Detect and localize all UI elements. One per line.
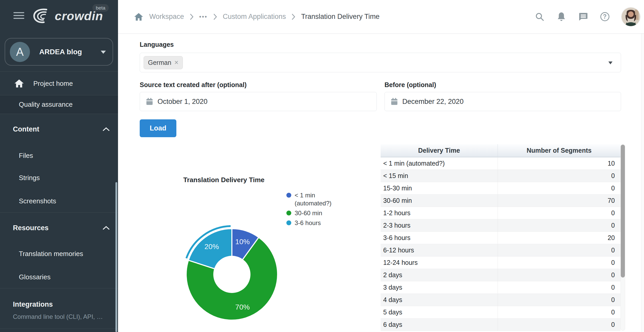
section-title: Resources (13, 224, 49, 232)
column-header-delivery-time[interactable]: Delivery Time (381, 144, 498, 157)
main-content: Languages German × Source text created a… (118, 34, 644, 332)
integrations-subtitle: Command line tool (CLI), API, … (0, 313, 118, 320)
hamburger-menu-icon[interactable] (13, 12, 24, 20)
donut-chart-wrap: 10%70%20% (178, 220, 286, 329)
languages-select[interactable]: German × (140, 53, 621, 72)
crowdin-logo[interactable]: crowdin (30, 7, 103, 24)
sidebar-item-translation-memories[interactable]: Translation memories (0, 246, 118, 261)
remove-tag-icon[interactable]: × (174, 59, 178, 67)
cell-number-of-segments: 0 (498, 256, 621, 269)
chevron-up-icon (103, 127, 110, 131)
legend-item-30-60-min[interactable]: 30-60 min (286, 209, 346, 217)
user-avatar[interactable] (622, 7, 640, 26)
home-icon (14, 79, 24, 88)
cell-number-of-segments: 0 (498, 318, 621, 331)
help-icon[interactable]: ? (600, 12, 610, 22)
sidebar-scrollbar[interactable] (115, 182, 117, 332)
legend-item-3-6-hours[interactable]: 3-6 hours (286, 219, 346, 227)
sidebar-item-files[interactable]: Files (0, 148, 118, 163)
breadcrumb: Workspace ••• Custom Applications Transl… (134, 12, 380, 22)
before-date-value: December 22, 2020 (402, 98, 464, 106)
table-scrollbar-thumb[interactable] (621, 145, 625, 277)
table-row: 6 days0 (381, 318, 621, 331)
cell-number-of-segments: 0 (498, 306, 621, 318)
page-scrollbar-track[interactable] (641, 34, 644, 332)
cell-number-of-segments: 0 (498, 294, 621, 306)
cell-number-of-segments: 0 (498, 207, 621, 219)
sidebar-item-glossaries[interactable]: Glossaries (0, 269, 118, 285)
chart-title: Translation Delivery Time (157, 176, 291, 184)
cell-delivery-time: 12-24 hours (381, 256, 498, 269)
cell-delivery-time: 4 days (381, 294, 498, 306)
load-button[interactable]: Load (140, 119, 176, 137)
legend-label: 3-6 hours (295, 219, 321, 227)
sidebar-item-strings[interactable]: Strings (0, 170, 118, 186)
sidebar-item-label: Translation memories (19, 250, 83, 258)
sidebar-item-label: Glossaries (19, 273, 51, 281)
language-tag-german: German × (144, 56, 183, 69)
page-title: Translation Delivery Time (301, 13, 380, 21)
project-name: ARDEA blog (39, 48, 82, 56)
sidebar-item-project-home[interactable]: Project home (0, 73, 118, 94)
topbar-actions: ? (535, 7, 640, 26)
cell-delivery-time: 30-60 min (381, 194, 498, 207)
sidebar-item-label: Files (19, 152, 33, 160)
cell-delivery-time: 6-12 hours (381, 244, 498, 256)
column-header-number-of-segments[interactable]: Number of Segments (498, 144, 621, 157)
divider (0, 114, 118, 114)
table-row: 3-6 hours20 (381, 231, 621, 244)
legend-dot-icon (286, 220, 291, 225)
cell-delivery-time: 1-2 hours (381, 207, 498, 219)
slice-percent-label: 20% (205, 243, 219, 251)
cell-number-of-segments: 20 (498, 231, 621, 244)
chevron-right-icon (190, 13, 194, 20)
cell-delivery-time: < 15 min (381, 169, 498, 182)
sidebar-section-content[interactable]: Content (0, 121, 118, 137)
divider (0, 288, 118, 288)
cell-delivery-time: 15-30 min (381, 182, 498, 194)
sidebar-item-label: Quality assurance (19, 101, 73, 109)
divider (0, 212, 118, 213)
search-icon[interactable] (535, 12, 545, 22)
sidebar-item-screenshots[interactable]: Screenshots (0, 193, 118, 209)
app-root: { "sidebar": { "brand": "crowdin", "beta… (0, 0, 644, 332)
breadcrumb-workspace[interactable]: Workspace (149, 13, 184, 21)
workspace-home-icon[interactable] (134, 12, 144, 22)
after-date-input[interactable]: October 1, 2020 (140, 92, 377, 111)
calendar-icon (391, 98, 398, 105)
messages-icon[interactable] (578, 12, 588, 22)
sidebar-item-label: Strings (19, 174, 40, 182)
table-row: 2 days0 (381, 269, 621, 281)
topbar: Workspace ••• Custom Applications Transl… (118, 0, 644, 34)
sidebar-section-resources[interactable]: Resources (0, 220, 118, 236)
chevron-down-icon (101, 51, 106, 56)
language-tag-label: German (148, 59, 171, 66)
table-row: < 1 min (automated?)10 (381, 157, 621, 169)
breadcrumb-ellipsis[interactable]: ••• (199, 13, 208, 20)
sidebar-section-integrations[interactable]: Integrations (0, 297, 118, 312)
notifications-bell-icon[interactable] (556, 12, 566, 22)
project-avatar: A (10, 42, 30, 62)
legend-dot-icon (286, 211, 291, 215)
chevron-right-icon (213, 13, 217, 20)
sidebar-item-quality-assurance[interactable]: Quality assurance (0, 95, 118, 114)
after-date-value: October 1, 2020 (158, 98, 208, 106)
languages-label: Languages (140, 41, 174, 48)
cell-delivery-time: 3 days (381, 281, 498, 294)
project-selector[interactable]: A ARDEA blog (5, 38, 113, 66)
section-title: Integrations (13, 300, 53, 308)
delivery-time-table: Delivery Time Number of Segments < 1 min… (381, 144, 621, 331)
table-row: 5 days0 (381, 306, 621, 318)
sidebar: crowdin beta A ARDEA blog Project home Q… (0, 0, 118, 332)
chevron-right-icon (292, 13, 295, 20)
legend-item-1-min-automated[interactable]: < 1 min (automated?) (286, 191, 346, 207)
chart-legend: < 1 min (automated?)30-60 min3-6 hours (286, 191, 346, 229)
breadcrumb-custom-applications[interactable]: Custom Applications (223, 13, 286, 21)
chevron-down-icon (608, 61, 612, 66)
table-row: 6-12 hours0 (381, 244, 621, 256)
cell-delivery-time: 2-3 hours (381, 219, 498, 231)
slice-percent-label: 70% (235, 303, 250, 311)
before-date-input[interactable]: December 22, 2020 (384, 92, 621, 111)
section-title: Content (13, 125, 39, 133)
cell-delivery-time: 5 days (381, 306, 498, 318)
